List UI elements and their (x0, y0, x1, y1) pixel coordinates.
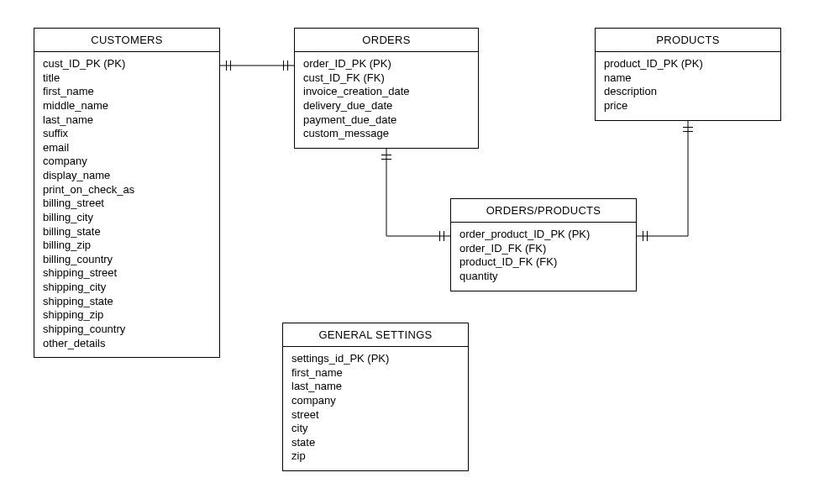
entity-fields: order_product_ID_PK (PK)order_ID_FK (FK)… (451, 223, 636, 291)
field: billing_city (43, 211, 211, 225)
entity-fields: cust_ID_PK (PK)titlefirst_namemiddle_nam… (34, 52, 219, 357)
entity-fields: settings_id_PK (PK)first_namelast_nameco… (283, 347, 468, 470)
field: suffix (43, 127, 211, 141)
field: billing_country (43, 253, 211, 267)
field: last_name (43, 113, 211, 128)
field: billing_zip (43, 239, 211, 253)
entity-orders-products: ORDERS/PRODUCTSorder_product_ID_PK (PK)o… (450, 198, 637, 291)
field: cust_ID_PK (PK) (43, 57, 211, 71)
entity-title: CUSTOMERS (34, 29, 219, 52)
entity-title: GENERAL SETTINGS (283, 323, 468, 347)
field: product_ID_FK (FK) (459, 255, 627, 270)
entity-title: ORDERS (295, 29, 478, 52)
entity-fields: order_ID_PK (PK)cust_ID_FK (FK)invoice_c… (295, 52, 478, 148)
field: company (291, 394, 459, 408)
field: city (291, 422, 459, 436)
field: company (43, 155, 211, 169)
field: display_name (43, 169, 211, 183)
field: name (604, 71, 772, 86)
entity-title: PRODUCTS (596, 29, 780, 52)
field: delivery_due_date (303, 99, 470, 113)
field: shipping_street (43, 266, 211, 281)
field: billing_state (43, 225, 211, 239)
field: custom_message (303, 127, 470, 141)
field: middle_name (43, 99, 211, 113)
field: quantity (459, 270, 627, 284)
field: payment_due_date (303, 113, 470, 128)
field: first_name (43, 85, 211, 99)
field: billing_street (43, 197, 211, 211)
field: title (43, 71, 211, 86)
field: description (604, 85, 772, 99)
entity-fields: product_ID_PK (PK)namedescriptionprice (596, 52, 780, 120)
field: order_ID_PK (PK) (303, 57, 470, 71)
field: other_details (43, 337, 211, 351)
field: state (291, 436, 459, 450)
field: shipping_zip (43, 308, 211, 323)
field: shipping_city (43, 281, 211, 295)
field: email (43, 141, 211, 155)
field: street (291, 408, 459, 423)
field: order_ID_FK (FK) (459, 242, 627, 256)
entity-orders: ORDERSorder_ID_PK (PK)cust_ID_FK (FK)inv… (294, 28, 479, 149)
entity-products: PRODUCTSproduct_ID_PK (PK)namedescriptio… (595, 28, 781, 121)
field: order_product_ID_PK (PK) (459, 228, 627, 242)
field: last_name (291, 380, 459, 394)
field: product_ID_PK (PK) (604, 57, 772, 71)
field: shipping_country (43, 323, 211, 337)
field: print_on_check_as (43, 183, 211, 197)
field: shipping_state (43, 295, 211, 309)
field: invoice_creation_date (303, 85, 470, 99)
field: first_name (291, 366, 459, 381)
er-diagram-canvas: CUSTOMERScust_ID_PK (PK)titlefirst_namem… (0, 0, 840, 504)
field: zip (291, 449, 459, 464)
entity-customers: CUSTOMERScust_ID_PK (PK)titlefirst_namem… (34, 28, 220, 358)
field: cust_ID_FK (FK) (303, 71, 470, 86)
entity-title: ORDERS/PRODUCTS (451, 199, 636, 223)
entity-general-settings: GENERAL SETTINGSsettings_id_PK (PK)first… (282, 323, 469, 471)
field: settings_id_PK (PK) (291, 352, 459, 366)
field: price (604, 99, 772, 113)
